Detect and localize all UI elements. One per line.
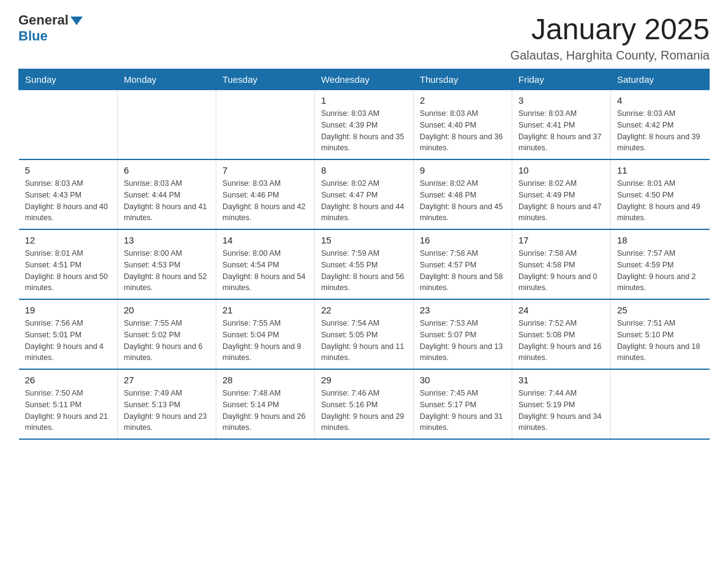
day-info: Sunrise: 8:01 AM Sunset: 4:50 PM Dayligh…	[617, 178, 703, 224]
calendar-cell: 16Sunrise: 7:58 AM Sunset: 4:57 PM Dayli…	[414, 229, 512, 299]
day-number: 27	[124, 375, 210, 385]
day-number: 22	[321, 305, 407, 315]
day-info: Sunrise: 7:48 AM Sunset: 5:14 PM Dayligh…	[222, 388, 308, 434]
calendar-cell: 29Sunrise: 7:46 AM Sunset: 5:16 PM Dayli…	[315, 369, 414, 439]
day-info: Sunrise: 8:03 AM Sunset: 4:46 PM Dayligh…	[222, 178, 308, 224]
day-info: Sunrise: 7:51 AM Sunset: 5:10 PM Dayligh…	[617, 318, 703, 364]
calendar-cell: 31Sunrise: 7:44 AM Sunset: 5:19 PM Dayli…	[512, 369, 611, 439]
calendar-header: SundayMondayTuesdayWednesdayThursdayFrid…	[19, 69, 710, 90]
main-title: January 2025	[510, 12, 710, 46]
day-info: Sunrise: 7:50 AM Sunset: 5:11 PM Dayligh…	[25, 388, 112, 434]
weekday-header-tuesday: Tuesday	[216, 69, 315, 90]
calendar-cell: 14Sunrise: 8:00 AM Sunset: 4:54 PM Dayli…	[216, 229, 315, 299]
week-row-0: 1Sunrise: 8:03 AM Sunset: 4:39 PM Daylig…	[19, 90, 710, 160]
calendar-cell: 12Sunrise: 8:01 AM Sunset: 4:51 PM Dayli…	[19, 229, 118, 299]
day-info: Sunrise: 8:03 AM Sunset: 4:39 PM Dayligh…	[321, 108, 407, 154]
logo-triangle-icon	[70, 17, 83, 25]
calendar-cell	[19, 90, 118, 160]
day-number: 12	[25, 235, 112, 245]
weekday-header-thursday: Thursday	[414, 69, 512, 90]
calendar-table: SundayMondayTuesdayWednesdayThursdayFrid…	[18, 69, 710, 440]
day-info: Sunrise: 7:59 AM Sunset: 4:55 PM Dayligh…	[321, 248, 407, 294]
calendar-cell: 3Sunrise: 8:03 AM Sunset: 4:41 PM Daylig…	[512, 90, 611, 160]
page-header: General Blue January 2025 Galautas, Harg…	[18, 12, 710, 63]
calendar-cell: 2Sunrise: 8:03 AM Sunset: 4:40 PM Daylig…	[414, 90, 512, 160]
day-number: 10	[518, 165, 604, 175]
calendar-cell: 7Sunrise: 8:03 AM Sunset: 4:46 PM Daylig…	[216, 159, 315, 229]
day-number: 24	[518, 305, 604, 315]
day-info: Sunrise: 8:03 AM Sunset: 4:40 PM Dayligh…	[420, 108, 506, 154]
calendar-cell: 24Sunrise: 7:52 AM Sunset: 5:08 PM Dayli…	[512, 299, 611, 369]
day-info: Sunrise: 7:54 AM Sunset: 5:05 PM Dayligh…	[321, 318, 407, 364]
calendar-cell: 19Sunrise: 7:56 AM Sunset: 5:01 PM Dayli…	[19, 299, 118, 369]
calendar-cell: 23Sunrise: 7:53 AM Sunset: 5:07 PM Dayli…	[414, 299, 512, 369]
calendar-cell: 10Sunrise: 8:02 AM Sunset: 4:49 PM Dayli…	[512, 159, 611, 229]
day-number: 31	[518, 375, 604, 385]
day-number: 26	[25, 375, 112, 385]
calendar-cell: 30Sunrise: 7:45 AM Sunset: 5:17 PM Dayli…	[414, 369, 512, 439]
day-number: 20	[124, 305, 210, 315]
calendar-cell	[118, 90, 216, 160]
calendar-cell: 22Sunrise: 7:54 AM Sunset: 5:05 PM Dayli…	[315, 299, 414, 369]
day-info: Sunrise: 8:02 AM Sunset: 4:48 PM Dayligh…	[420, 178, 506, 224]
day-info: Sunrise: 7:53 AM Sunset: 5:07 PM Dayligh…	[420, 318, 506, 364]
day-number: 14	[222, 235, 308, 245]
title-section: January 2025 Galautas, Harghita County, …	[510, 12, 710, 63]
logo: General Blue	[18, 12, 83, 45]
day-number: 25	[617, 305, 703, 315]
day-info: Sunrise: 8:02 AM Sunset: 4:49 PM Dayligh…	[518, 178, 604, 224]
calendar-cell: 1Sunrise: 8:03 AM Sunset: 4:39 PM Daylig…	[315, 90, 414, 160]
day-info: Sunrise: 8:03 AM Sunset: 4:43 PM Dayligh…	[25, 178, 112, 224]
day-info: Sunrise: 7:58 AM Sunset: 4:57 PM Dayligh…	[420, 248, 506, 294]
day-info: Sunrise: 7:57 AM Sunset: 4:59 PM Dayligh…	[617, 248, 703, 294]
weekday-header-friday: Friday	[512, 69, 611, 90]
day-number: 21	[222, 305, 308, 315]
week-row-3: 19Sunrise: 7:56 AM Sunset: 5:01 PM Dayli…	[19, 299, 710, 369]
calendar-body: 1Sunrise: 8:03 AM Sunset: 4:39 PM Daylig…	[19, 90, 710, 440]
day-info: Sunrise: 8:03 AM Sunset: 4:44 PM Dayligh…	[124, 178, 210, 224]
calendar-cell: 21Sunrise: 7:55 AM Sunset: 5:04 PM Dayli…	[216, 299, 315, 369]
day-info: Sunrise: 8:03 AM Sunset: 4:41 PM Dayligh…	[518, 108, 604, 154]
day-info: Sunrise: 7:58 AM Sunset: 4:58 PM Dayligh…	[518, 248, 604, 294]
week-row-2: 12Sunrise: 8:01 AM Sunset: 4:51 PM Dayli…	[19, 229, 710, 299]
day-number: 19	[25, 305, 112, 315]
calendar-cell: 4Sunrise: 8:03 AM Sunset: 4:42 PM Daylig…	[611, 90, 710, 160]
day-number: 6	[124, 165, 210, 175]
day-info: Sunrise: 7:55 AM Sunset: 5:02 PM Dayligh…	[124, 318, 210, 364]
day-number: 28	[222, 375, 308, 385]
day-number: 15	[321, 235, 407, 245]
day-info: Sunrise: 7:56 AM Sunset: 5:01 PM Dayligh…	[25, 318, 112, 364]
day-number: 1	[321, 95, 407, 105]
day-number: 9	[420, 165, 506, 175]
week-row-1: 5Sunrise: 8:03 AM Sunset: 4:43 PM Daylig…	[19, 159, 710, 229]
day-info: Sunrise: 8:00 AM Sunset: 4:53 PM Dayligh…	[124, 248, 210, 294]
logo-general-text: General	[18, 12, 69, 28]
calendar-cell: 9Sunrise: 8:02 AM Sunset: 4:48 PM Daylig…	[414, 159, 512, 229]
day-number: 5	[25, 165, 112, 175]
day-number: 8	[321, 165, 407, 175]
day-info: Sunrise: 7:44 AM Sunset: 5:19 PM Dayligh…	[518, 388, 604, 434]
day-number: 16	[420, 235, 506, 245]
day-info: Sunrise: 7:49 AM Sunset: 5:13 PM Dayligh…	[124, 388, 210, 434]
day-info: Sunrise: 8:02 AM Sunset: 4:47 PM Dayligh…	[321, 178, 407, 224]
subtitle: Galautas, Harghita County, Romania	[510, 48, 710, 63]
calendar-cell: 15Sunrise: 7:59 AM Sunset: 4:55 PM Dayli…	[315, 229, 414, 299]
calendar-cell: 28Sunrise: 7:48 AM Sunset: 5:14 PM Dayli…	[216, 369, 315, 439]
week-row-4: 26Sunrise: 7:50 AM Sunset: 5:11 PM Dayli…	[19, 369, 710, 439]
calendar-cell	[611, 369, 710, 439]
calendar-cell: 25Sunrise: 7:51 AM Sunset: 5:10 PM Dayli…	[611, 299, 710, 369]
day-number: 4	[617, 95, 703, 105]
day-info: Sunrise: 8:03 AM Sunset: 4:42 PM Dayligh…	[617, 108, 703, 154]
calendar-cell: 18Sunrise: 7:57 AM Sunset: 4:59 PM Dayli…	[611, 229, 710, 299]
day-number: 29	[321, 375, 407, 385]
calendar-cell: 17Sunrise: 7:58 AM Sunset: 4:58 PM Dayli…	[512, 229, 611, 299]
calendar-cell: 11Sunrise: 8:01 AM Sunset: 4:50 PM Dayli…	[611, 159, 710, 229]
weekday-header-monday: Monday	[118, 69, 216, 90]
logo-blue-text: Blue	[18, 28, 83, 44]
calendar-cell: 8Sunrise: 8:02 AM Sunset: 4:47 PM Daylig…	[315, 159, 414, 229]
day-number: 30	[420, 375, 506, 385]
day-number: 18	[617, 235, 703, 245]
weekday-header-saturday: Saturday	[611, 69, 710, 90]
day-number: 11	[617, 165, 703, 175]
weekday-header-sunday: Sunday	[19, 69, 118, 90]
